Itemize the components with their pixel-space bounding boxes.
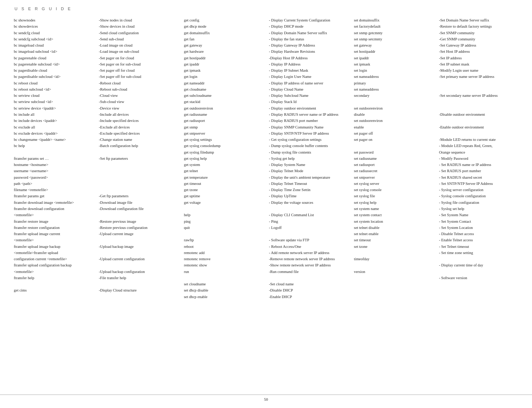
list-item: set ipaddr <box>354 55 433 61</box>
list-item: bc imageload cloud <box>14 43 93 48</box>
list-item: help <box>184 212 263 218</box>
list-item: ftransfer help <box>14 275 93 281</box>
list-item: bc reboot cloud <box>14 80 93 86</box>
list-item: get voltage <box>184 200 263 206</box>
list-item: - Display SNTP/NTP Server IP address <box>269 131 348 136</box>
list-item: - Display Subcloud Name <box>269 93 348 99</box>
list-item: set syslog help <box>354 200 433 206</box>
column-4: - Display Current System Configuration- … <box>266 17 351 300</box>
list-item: bc pagerenable cloud <box>14 55 93 61</box>
list-item: get subcloudname <box>184 93 263 99</box>
list-item: -Show remote network server IP address <box>269 262 348 268</box>
list-item: remotenc show <box>184 262 263 268</box>
list-item <box>439 256 518 262</box>
list-item: -Enable DHCP <box>269 294 348 300</box>
list-item: bc pagerdisable subcloud <id> <box>14 74 93 80</box>
list-item: get config <box>184 17 263 23</box>
list-item: - Display IP address of name server <box>269 80 348 86</box>
list-item: bc exclude devices <ipaddr> <box>14 131 93 136</box>
list-item: -Set pager off for sub-cloud <box>99 74 178 80</box>
list-item: - Display Telnet Mode <box>269 168 348 174</box>
list-item: -Set pager on for sub-cloud <box>99 62 178 67</box>
list-item: set system name <box>354 206 433 212</box>
list-item: set password <box>354 150 433 155</box>
list-item: bc sendcfg cloud <box>14 30 93 36</box>
list-item: get fan <box>184 36 263 42</box>
list-item: -Set pager on for cloud <box>99 55 178 61</box>
list-item: -Restore to default factory settings <box>439 24 518 29</box>
list-item: - Display Login User Name <box>269 74 348 80</box>
list-item: - Logoff <box>269 225 348 231</box>
list-item: - Ping <box>269 219 348 225</box>
list-item: set snmp getcmnty <box>354 30 433 36</box>
list-item: get outdoorenviron <box>184 106 263 111</box>
list-item: bc pagerdisable cloud <box>14 68 93 74</box>
list-item: - Display System Name <box>269 162 348 168</box>
list-item: set radiusport <box>354 162 433 168</box>
list-item: set tzone <box>354 244 433 250</box>
list-item: ftransfer download image <remotefile> <box>14 200 93 206</box>
list-item <box>99 262 178 268</box>
list-item: -File transfer help <box>99 275 178 281</box>
list-item: get tzone <box>184 187 263 193</box>
list-item: - Set RADIUS shared secret <box>439 175 518 181</box>
list-item: set domainsuffix <box>354 17 433 23</box>
list-item <box>439 269 518 275</box>
list-item: set pager on <box>354 137 433 143</box>
list-item <box>354 143 433 149</box>
list-item <box>439 80 518 86</box>
list-item: - Dump syslog console buffer contents <box>269 143 348 149</box>
list-item: - Module LED repeats Red, Green, <box>439 143 518 149</box>
list-item: -Set ftp parameters <box>99 156 178 162</box>
list-item: set outdoorenviron <box>354 106 433 111</box>
list-item: set telnet enable <box>354 231 433 237</box>
list-item: -Load image on sub-cloud <box>99 49 178 55</box>
list-item: get temperature <box>184 175 263 181</box>
list-item: -Download configuration file <box>99 206 178 212</box>
list-item: -Device view <box>99 106 178 111</box>
list-item: - Syslog get help <box>269 156 348 162</box>
list-item: - Set time zone setting <box>439 250 518 256</box>
list-item <box>99 168 178 174</box>
list-item: - Syslog file configuration <box>439 200 518 206</box>
list-item <box>354 250 433 256</box>
list-item: remotenc remove <box>184 256 263 262</box>
list-item: rawftp <box>184 237 263 243</box>
list-item <box>99 212 178 218</box>
list-item: Orange sequence <box>439 150 518 155</box>
list-item: bc sendcfg subcloud <id> <box>14 36 93 42</box>
list-item: username <username> <box>14 168 93 174</box>
list-item: version <box>354 269 433 275</box>
list-item: - Get syslog configuration settings <box>269 137 348 143</box>
list-item <box>99 162 178 168</box>
list-item: - Display Stack Id <box>269 99 348 105</box>
list-item: -Get ftp parameters <box>99 193 178 199</box>
list-item: get snmp <box>184 124 263 130</box>
list-item: get dhcp mode <box>184 24 263 29</box>
list-item: - Display the unit's ambient temperature <box>269 175 348 181</box>
list-item: primary <box>354 80 433 86</box>
list-item: -Batch configuration help <box>99 143 178 149</box>
list-item: bc changename <ipaddr> <name> <box>14 137 93 143</box>
list-item: ftransfer download configuration <box>14 206 93 212</box>
list-item: -Show nodes in cloud <box>99 17 178 23</box>
list-item: - Set RADIUS port number <box>439 168 518 174</box>
list-item: - Modify Password <box>439 156 518 162</box>
column-1: bc shownodesbc showdevicesbc sendcfg clo… <box>11 17 96 300</box>
list-item: -Get SNMP community <box>439 36 518 42</box>
list-item: get domainsuffix <box>184 30 263 36</box>
list-item: get ipmask <box>184 68 263 74</box>
list-item: bc showdevices <box>14 24 93 29</box>
list-item: -Disable outdoor environment <box>439 112 518 118</box>
list-item: -Include all devices <box>99 112 178 118</box>
list-item: get telnet <box>184 168 263 174</box>
list-item <box>439 106 518 111</box>
list-item: get syslog consoledump <box>184 143 263 149</box>
list-item: set syslog server <box>354 181 433 187</box>
list-item: - Set SNTP/NTP Server IP Address <box>439 181 518 187</box>
list-item: -Remove remote network server IP address <box>269 256 348 262</box>
list-item: - Display SNMP Community Name <box>269 124 348 130</box>
list-item: - Display UpTime <box>269 193 348 199</box>
list-item: password <password> <box>14 175 93 181</box>
list-item: - Set System Name <box>439 212 518 218</box>
